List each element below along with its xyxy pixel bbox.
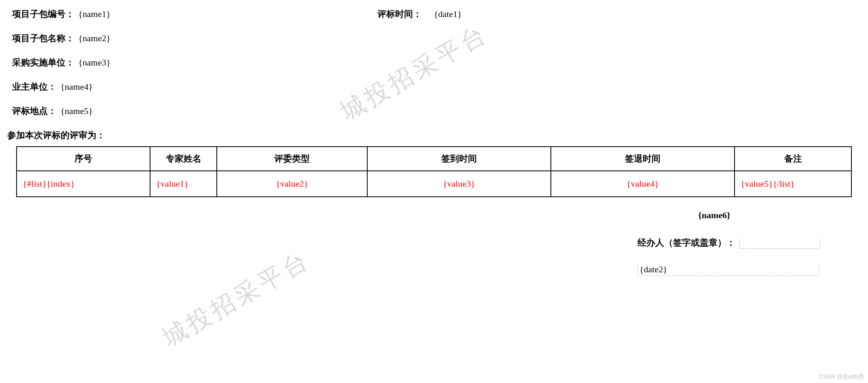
th-checkin-time: 签到时间 [367, 147, 551, 171]
csdn-credit: CSDN @蓝with黑 [819, 373, 864, 381]
footer-block: {name6} 经办人（签字或盖章）： {date2} [637, 210, 828, 276]
reviewer-intro-line: 参加本次评标的评审为： [7, 129, 856, 141]
label-project-subpackage-number: 项目子包编号： [12, 9, 74, 19]
th-sequence: 序号 [17, 147, 150, 171]
value-review-location: {name5} [61, 106, 93, 116]
sign-field-box[interactable] [739, 239, 820, 249]
td-judge-type: {value2} [217, 171, 367, 197]
date2-field-box[interactable]: {date2} [637, 263, 819, 276]
footer-name6: {name6} [698, 210, 828, 221]
td-sequence: {#list}{index} [17, 171, 150, 197]
row-project-subpackage-name: 项目子包名称： {name2} [12, 32, 856, 44]
value-date2: {date2} [639, 264, 667, 274]
th-checkout-time: 签退时间 [551, 147, 735, 171]
value-purchase-unit: {name3} [78, 57, 111, 67]
row-purchase-unit: 采购实施单位： {name3} [12, 57, 856, 69]
td-expert-name: {value1} [150, 171, 217, 197]
row-review-location: 评标地点： {name5} [12, 105, 856, 117]
label-project-subpackage-name: 项目子包名称： [12, 33, 74, 43]
row-owner-unit: 业主单位： {name4} [12, 81, 856, 93]
footer-sign-row: 经办人（签字或盖章）： [637, 237, 828, 249]
value-project-subpackage-number: {name1} [78, 9, 111, 19]
row-project-number-and-date: 项目子包编号： {name1} 评标时间： {date1} [12, 8, 856, 20]
table-row: {#list}{index} {value1} {value2} {value3… [17, 171, 851, 197]
header-info-block: 项目子包编号： {name1} 评标时间： {date1} 项目子包名称： {n… [12, 8, 856, 141]
td-checkin-time: {value3} [367, 171, 551, 197]
value-owner-unit: {name4} [61, 82, 93, 92]
label-owner-unit: 业主单位： [12, 82, 57, 92]
label-purchase-unit: 采购实施单位： [12, 57, 74, 67]
th-remark: 备注 [735, 147, 851, 171]
td-remark: {value5}{/list} [735, 171, 851, 197]
label-review-location: 评标地点： [12, 106, 57, 116]
th-judge-type: 评委类型 [217, 147, 367, 171]
label-handler-sign: 经办人（签字或盖章）： [637, 238, 735, 248]
table-header-row: 序号 专家姓名 评委类型 签到时间 签退时间 备注 [17, 147, 851, 171]
reviewer-table: 序号 专家姓名 评委类型 签到时间 签退时间 备注 {#list}{index}… [16, 146, 852, 197]
watermark-text-2: 城投招采平台 [157, 244, 316, 354]
value-review-time: {date1} [434, 9, 462, 19]
td-checkout-time: {value4} [551, 171, 735, 197]
value-project-subpackage-name: {name2} [78, 33, 111, 43]
th-expert-name: 专家姓名 [150, 147, 217, 171]
label-review-time: 评标时间： [377, 9, 422, 19]
